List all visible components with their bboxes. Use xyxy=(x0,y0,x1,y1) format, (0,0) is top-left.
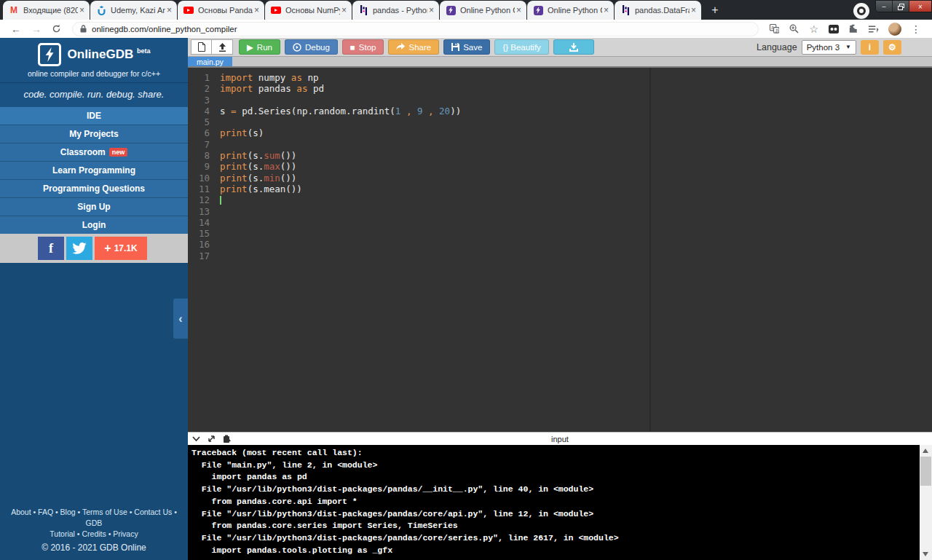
line-number: 6 xyxy=(188,127,210,138)
sidebar-item-my-projects[interactable]: My Projects xyxy=(0,125,188,143)
download-button[interactable] xyxy=(553,39,594,55)
scroll-up-arrow-icon[interactable] xyxy=(923,449,928,453)
browser-tab[interactable]: pandas - Python Data× xyxy=(352,1,439,20)
code-editor[interactable]: 1234567891011121314151617 import numpy a… xyxy=(188,68,932,432)
reading-list-icon[interactable] xyxy=(869,25,879,33)
browser-tab[interactable]: Online Python Comp× xyxy=(527,1,614,20)
code-line[interactable] xyxy=(220,228,932,239)
browser-tab[interactable]: Udemy, Kazi Ariyan и× xyxy=(90,1,177,20)
line-number: 1 xyxy=(188,72,210,83)
code-line[interactable] xyxy=(220,194,932,205)
translate-icon[interactable]: aあ xyxy=(770,24,779,33)
window-minimize-button[interactable]: – xyxy=(876,1,893,12)
zoom-icon[interactable] xyxy=(789,24,799,33)
info-button[interactable]: i xyxy=(861,40,879,55)
twitter-button[interactable] xyxy=(66,237,92,260)
code-line[interactable] xyxy=(220,117,932,127)
tab-close-icon[interactable]: × xyxy=(602,5,610,15)
beautify-button[interactable]: {} Beautify xyxy=(494,39,548,55)
browser-tab[interactable]: MВходящие (820) - ole× xyxy=(3,1,90,20)
browser-tab-active[interactable]: Online Python Compi× xyxy=(440,1,526,20)
social-bar: f + 17.1K xyxy=(0,234,188,263)
console-line: Traceback (most recent call last): xyxy=(191,447,917,460)
code-token: pd xyxy=(313,83,324,94)
code-line[interactable] xyxy=(220,239,932,250)
lock-icon[interactable] xyxy=(80,25,87,33)
open-file-button[interactable] xyxy=(212,39,233,55)
code-token: (s. xyxy=(248,150,264,161)
tab-close-icon[interactable]: × xyxy=(690,5,698,15)
window-restore-button[interactable] xyxy=(893,1,909,12)
code-line[interactable] xyxy=(220,251,932,261)
editor-tab-mainpy[interactable]: main.py xyxy=(188,57,232,66)
sidebar-footer: About • FAQ • Blog • Terms of Use • Cont… xyxy=(0,507,188,560)
code-token: print xyxy=(220,150,248,161)
addthis-share-button[interactable]: + 17.1K xyxy=(95,237,147,260)
code-token: ()) xyxy=(280,173,297,184)
forward-icon[interactable]: → xyxy=(31,24,42,34)
facebook-button[interactable]: f xyxy=(38,237,64,260)
code-line[interactable]: print(s.min()) xyxy=(220,173,932,184)
code-line[interactable] xyxy=(220,95,932,106)
code-line[interactable] xyxy=(220,206,932,217)
debug-button[interactable]: Debug xyxy=(285,39,338,55)
code-area[interactable]: import numpy as npimport pandas as pds =… xyxy=(217,68,932,432)
code-line[interactable] xyxy=(220,217,932,228)
sidebar-collapse-button[interactable]: ‹ xyxy=(173,299,188,339)
browser-tab[interactable]: Основы NumPy Pyth× xyxy=(265,1,352,20)
sidebar-item-login[interactable]: Login xyxy=(0,216,188,234)
sidebar-item-classroom[interactable]: Classroomnew xyxy=(0,143,188,161)
console-scrollbar[interactable] xyxy=(920,445,932,560)
browser-tab[interactable]: pandas.DataFrame.m× xyxy=(615,1,701,20)
code-line[interactable]: import pandas as pd xyxy=(220,83,932,94)
record-indicator-icon[interactable] xyxy=(853,3,869,19)
scrollbar-thumb[interactable] xyxy=(920,457,931,486)
address-bar[interactable]: onlinegdb.com/online_python_compiler xyxy=(72,22,759,36)
profile-avatar[interactable] xyxy=(888,23,901,36)
bookmark-star-icon[interactable]: ☆ xyxy=(809,24,818,34)
sidebar-item-programming-questions[interactable]: Programming Questions xyxy=(0,179,188,197)
tab-close-icon[interactable]: × xyxy=(78,5,86,15)
code-line[interactable] xyxy=(220,139,932,150)
code-line[interactable]: import numpy as np xyxy=(220,72,932,83)
dark-extension-icon[interactable] xyxy=(829,25,839,33)
run-button[interactable]: ▶Run xyxy=(239,39,280,55)
share-button[interactable]: Share xyxy=(388,39,439,55)
code-line[interactable]: print(s.max()) xyxy=(220,161,932,172)
reload-icon[interactable] xyxy=(52,24,61,33)
save-button[interactable]: Save xyxy=(443,39,490,55)
window-close-button[interactable]: × xyxy=(909,1,931,12)
console-line: File "/usr/lib/python3/dist-packages/pan… xyxy=(191,484,917,496)
tab-close-icon[interactable]: × xyxy=(165,5,173,15)
code-token: = xyxy=(231,106,242,117)
new-file-button[interactable] xyxy=(191,39,212,55)
code-token: (s. xyxy=(248,173,264,184)
code-line[interactable]: print(s.sum()) xyxy=(220,150,932,161)
new-tab-button[interactable]: + xyxy=(706,1,724,19)
footer-links-line2[interactable]: Tutorial • Credits • Privacy xyxy=(3,529,185,540)
file-button-group xyxy=(191,39,233,55)
tab-close-icon[interactable]: × xyxy=(340,5,348,15)
console-output[interactable]: Traceback (most recent call last): File … xyxy=(188,445,932,560)
sidebar-item-sign-up[interactable]: Sign Up xyxy=(0,197,188,216)
language-select[interactable]: Python 3 ▼ xyxy=(802,40,856,55)
back-icon[interactable]: ← xyxy=(11,24,21,34)
tab-close-icon[interactable]: × xyxy=(253,5,261,15)
tab-close-icon[interactable]: × xyxy=(427,5,435,15)
code-line[interactable]: print(s) xyxy=(220,127,932,138)
sidebar-item-ide[interactable]: IDE xyxy=(0,106,188,125)
code-line[interactable]: print(s.mean()) xyxy=(220,184,932,194)
console-header: input xyxy=(188,432,932,445)
footer-links-line1[interactable]: About • FAQ • Blog • Terms of Use • Cont… xyxy=(3,507,185,529)
sidebar-item-learn-programming[interactable]: Learn Programming xyxy=(0,161,188,179)
tab-close-icon[interactable]: × xyxy=(515,5,523,15)
tab-title: Основы Pandas Pyth xyxy=(198,6,253,15)
extensions-puzzle-icon[interactable] xyxy=(849,24,858,33)
browser-tab[interactable]: Основы Pandas Pyth× xyxy=(178,1,264,20)
settings-button[interactable]: ⚙ xyxy=(883,40,901,55)
stop-button[interactable]: ■Stop xyxy=(342,39,384,55)
browser-menu-icon[interactable]: ⋮ xyxy=(911,24,921,34)
code-line[interactable]: s = pd.Series(np.random.randint(1 , 9 , … xyxy=(220,106,932,117)
console-input-label[interactable]: input xyxy=(188,435,932,443)
scroll-down-arrow-icon[interactable] xyxy=(923,552,928,556)
